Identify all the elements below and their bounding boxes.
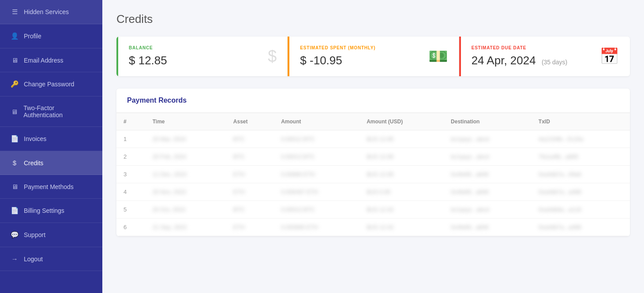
- row-txid: 0xa4db7a...09a6: [532, 166, 630, 183]
- row-time: 20 Oct, 2023: [146, 201, 226, 219]
- row-asset: BTC: [226, 201, 274, 219]
- row-amount-usd: $US 12.02: [359, 219, 444, 236]
- balance-icon: $: [268, 47, 277, 66]
- sidebar-item-support[interactable]: 💬Support: [0, 223, 102, 247]
- invoices-label: Invoices: [24, 135, 46, 142]
- row-amount: 0.00013 BTC: [274, 148, 359, 166]
- row-time: 11 Dec, 2023: [146, 166, 226, 183]
- row-destination: bc1qxyz...abcd: [444, 148, 532, 166]
- sidebar-item-logout[interactable]: →Logout: [0, 247, 102, 271]
- row-amount: 0.00886 ETH: [274, 166, 359, 183]
- sidebar-item-two-factor[interactable]: 🖥Two-Factor Authentication: [0, 96, 102, 127]
- col-time: Time: [146, 113, 226, 130]
- row-destination: 0x4fe89...a846: [444, 183, 532, 201]
- row-amount-usd: $US 12.02: [359, 201, 444, 219]
- sidebar-item-change-password[interactable]: 🔑Change Password: [0, 72, 102, 96]
- credits-icon: $: [11, 159, 19, 167]
- row-number: 4: [116, 183, 146, 201]
- row-time: 20 Feb, 2024: [146, 148, 226, 166]
- summary-cards: BALANCE $ 12.85 $ ESTIMATED SPENT (MONTH…: [116, 37, 630, 76]
- billing-settings-label: Billing Settings: [24, 207, 64, 214]
- estimated-due-value: 24 Apr, 2024 (35 days): [472, 54, 618, 67]
- table-body: 120 Mar, 2024BTC0.00012 BTC$US 12.85bc1q…: [116, 130, 630, 236]
- row-number: 6: [116, 219, 146, 236]
- row-number: 3: [116, 166, 146, 183]
- sidebar-item-payment-methods[interactable]: 🖥Payment Methods: [0, 175, 102, 199]
- row-asset: ETH: [226, 183, 274, 201]
- email-address-label: Email Address: [24, 57, 63, 64]
- main-content: Credits BALANCE $ 12.85 $ ESTIMATED SPEN…: [102, 0, 644, 293]
- row-txid: 0xa4db7a...a488: [532, 183, 630, 201]
- estimated-spent-label: ESTIMATED SPENT (MONTHLY): [300, 45, 446, 50]
- payment-records-section: Payment Records #TimeAssetAmountAmount (…: [116, 89, 630, 236]
- support-icon: 💬: [11, 231, 19, 239]
- estimated-due-label: ESTIMATED DUE DATE: [472, 45, 618, 50]
- sidebar-item-billing-settings[interactable]: 📄Billing Settings: [0, 199, 102, 223]
- table-row: 420 Nov, 2023ETH0.006497 ETH$US 6.850x4f…: [116, 183, 630, 201]
- col--: #: [116, 113, 146, 130]
- row-amount-usd: $US 12.85: [359, 148, 444, 166]
- estimated-due-days: (35 days): [542, 59, 567, 66]
- invoices-icon: 📄: [11, 135, 19, 143]
- row-asset: ETH: [226, 219, 274, 236]
- col-amount--usd-: Amount (USD): [359, 113, 444, 130]
- credits-label: Credits: [24, 159, 43, 167]
- row-destination: 0x4fe89...a846: [444, 166, 532, 183]
- balance-label: BALANCE: [129, 45, 275, 50]
- sidebar-item-credits[interactable]: $Credits: [0, 151, 102, 175]
- row-amount: 0.00012 BTC: [274, 130, 359, 148]
- balance-card-border: [116, 37, 118, 76]
- row-destination: bc1qxyz...abcd: [444, 130, 532, 148]
- row-txid: 7fa1a4fb...a885: [532, 148, 630, 166]
- table-header: #TimeAssetAmountAmount (USD)DestinationT…: [116, 113, 630, 130]
- change-password-icon: 🔑: [11, 80, 19, 88]
- balance-card: BALANCE $ 12.85 $: [116, 37, 288, 76]
- estimated-spent-icon: 💵: [428, 47, 448, 66]
- hidden-services-icon: ☰: [11, 8, 19, 16]
- payment-records-table: #TimeAssetAmountAmount (USD)DestinationT…: [116, 113, 630, 236]
- row-amount-usd: $US 6.85: [359, 183, 444, 201]
- row-amount: 0.006497 ETH: [274, 183, 359, 201]
- hidden-services-label: Hidden Services: [24, 8, 69, 15]
- sidebar-item-email-address[interactable]: 🖥Email Address: [0, 48, 102, 72]
- row-number: 5: [116, 201, 146, 219]
- row-asset: BTC: [226, 130, 274, 148]
- table-row: 621 Sep, 2023ETH0.000890 ETH$US 12.020x4…: [116, 219, 630, 236]
- row-time: 20 Mar, 2024: [146, 130, 226, 148]
- table-row: 220 Feb, 2024BTC0.00013 BTC$US 12.85bc1q…: [116, 148, 630, 166]
- row-time: 20 Nov, 2023: [146, 183, 226, 201]
- row-destination: 0x4fe89...a846: [444, 219, 532, 236]
- row-asset: BTC: [226, 148, 274, 166]
- col-txid: TxID: [532, 113, 630, 130]
- table-row: 120 Mar, 2024BTC0.00012 BTC$US 12.85bc1q…: [116, 130, 630, 148]
- row-time: 21 Sep, 2023: [146, 219, 226, 236]
- row-txid: 0xa4db8a...a118: [532, 201, 630, 219]
- payment-methods-label: Payment Methods: [24, 183, 74, 190]
- sidebar-item-profile[interactable]: 👤Profile: [0, 24, 102, 48]
- table-row: 520 Oct, 2023BTC0.00013 BTC$US 12.02bc1q…: [116, 201, 630, 219]
- estimated-spent-border: [288, 37, 289, 76]
- support-label: Support: [24, 231, 45, 238]
- billing-settings-icon: 📄: [11, 207, 19, 215]
- section-title: Payment Records: [127, 96, 187, 104]
- table-header-row: #TimeAssetAmountAmount (USD)DestinationT…: [116, 113, 630, 130]
- estimated-spent-card: ESTIMATED SPENT (MONTHLY) $ -10.95 💵: [288, 37, 459, 76]
- estimated-due-icon: 📅: [599, 47, 619, 66]
- estimated-due-card: ESTIMATED DUE DATE 24 Apr, 2024 (35 days…: [459, 37, 630, 76]
- sidebar-item-hidden-services[interactable]: ☰Hidden Services: [0, 0, 102, 24]
- section-header: Payment Records: [116, 89, 630, 113]
- logout-icon: →: [11, 255, 19, 263]
- row-asset: ETH: [226, 166, 274, 183]
- payment-methods-icon: 🖥: [11, 183, 19, 190]
- row-number: 2: [116, 148, 146, 166]
- row-amount-usd: $US 12.85: [359, 130, 444, 148]
- two-factor-icon: 🖥: [11, 108, 18, 115]
- row-txid: 0xa4db7a...a488: [532, 219, 630, 236]
- row-amount: 0.00013 BTC: [274, 201, 359, 219]
- sidebar-item-invoices[interactable]: 📄Invoices: [0, 127, 102, 151]
- row-amount: 0.000890 ETH: [274, 219, 359, 236]
- row-txid: 4a1234fb...5110a: [532, 130, 630, 148]
- logout-label: Logout: [24, 256, 43, 263]
- estimated-due-border: [459, 37, 461, 76]
- balance-value: $ 12.85: [129, 54, 275, 67]
